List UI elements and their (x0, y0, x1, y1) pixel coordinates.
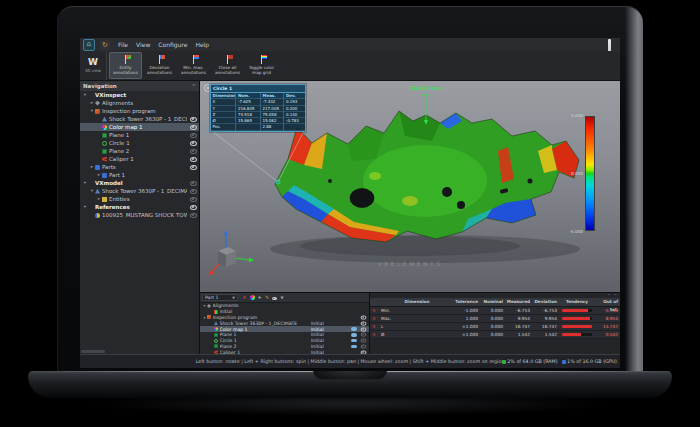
part-selector-dropdown[interactable]: Part 1 (202, 294, 238, 301)
ribbon-button[interactable]: Entity annotations (109, 52, 142, 79)
expander-icon[interactable] (89, 99, 95, 107)
tree-item[interactable]: Shock Tower 3630P - 1_DECIMATE (80, 187, 199, 195)
visibility-eye-icon[interactable] (190, 141, 197, 146)
tree-item[interactable]: VXmodel (80, 179, 199, 187)
annotation-flag-icon (188, 54, 200, 65)
expander-icon[interactable] (82, 203, 88, 211)
gpu-usage-text: 1% of 16.0 GB (GPU) (567, 359, 617, 364)
visibility-eye-icon[interactable] (190, 197, 197, 202)
expander-icon[interactable] (89, 187, 95, 195)
expander-icon[interactable] (82, 91, 88, 99)
tree-item[interactable]: Color map 1 (80, 123, 199, 131)
tree-item[interactable]: Caliper 1 (80, 155, 199, 163)
tree-item[interactable]: References (80, 203, 199, 211)
col-dimension: Dimension (379, 298, 453, 306)
inspection-row[interactable]: Shock Tower 3630P - 1_DECIMATE Initial (200, 320, 369, 326)
inspection-toolbar (242, 295, 285, 300)
collapse-icon[interactable] (607, 294, 610, 298)
visibility-eye-icon[interactable] (361, 344, 367, 348)
expander-icon[interactable] (82, 179, 88, 187)
dimension-row[interactable]: Min. -1.000 0.000 -6.753 -6.753 -5.753 (370, 307, 620, 315)
circle1-annotation-table[interactable]: Circle 1 Dimension Nom. Meas. Dev. X -7.… (210, 84, 306, 132)
col-nominal: Nominal (480, 298, 505, 306)
ribbon-button[interactable]: Close all annotations (211, 52, 244, 79)
item-type-icon (95, 213, 100, 218)
collapse-panel-icon[interactable] (192, 83, 196, 89)
visibility-eye-icon[interactable] (361, 315, 367, 319)
annotation-flag-icon (256, 54, 268, 65)
datapoints-icon[interactable] (351, 339, 357, 343)
tree-item[interactable]: Shock Tower 3630P - 1_DECIMATE (80, 115, 199, 123)
datapoints-icon[interactable] (351, 333, 357, 337)
visibility-eye-icon[interactable] (361, 327, 367, 331)
colors-icon[interactable] (250, 295, 255, 300)
part-selector-value: Part 1 (205, 295, 218, 300)
menu-configure[interactable]: Configure (158, 41, 187, 48)
ribbon-button[interactable]: Min. max. annotations (177, 52, 210, 79)
3d-viewport[interactable]: Circle 1 Dimension Nom. Meas. Dev. X -7.… (200, 81, 620, 292)
visibility-eye-icon[interactable] (361, 333, 367, 337)
scrollbar-thumb[interactable] (81, 350, 105, 353)
datapoints-icon[interactable] (351, 345, 357, 349)
edit-icon[interactable] (265, 295, 270, 300)
ribbon-toolbar: W 3D view Entity annotations Deviation a… (80, 51, 620, 81)
app-logo: W 3D view (80, 51, 107, 80)
tree-item[interactable]: Plane 1 (80, 131, 199, 139)
delete-icon[interactable] (242, 295, 247, 300)
dimension-row[interactable]: Ø ±1.000 0.000 1.542 1.542 0.542 (370, 331, 620, 339)
ribbon-button[interactable]: Toggle color map grid (245, 52, 278, 79)
inspection-row[interactable]: Color map 1 Initial (200, 326, 369, 332)
axis-triad-icon[interactable] (208, 230, 254, 275)
visibility-eye-icon[interactable] (190, 117, 197, 122)
visibility-icon[interactable] (272, 297, 277, 300)
visibility-eye-icon[interactable] (190, 133, 197, 138)
vxelements-logo-icon: W (88, 58, 98, 67)
dimension-results-panel: Dimension Tolerance Nominal Measured Dev… (370, 292, 620, 354)
results-table-header: Dimension Tolerance Nominal Measured Dev… (370, 298, 620, 307)
navigation-title: Navigation (83, 83, 117, 89)
tree-item[interactable]: Alignments (80, 99, 199, 107)
results-rows: Min. -1.000 0.000 -6.753 -6.753 -5.753 M… (370, 307, 620, 339)
tree-item[interactable]: VXinspect (80, 91, 199, 99)
visibility-eye-icon[interactable] (190, 189, 197, 194)
tree-item[interactable]: Circle 1 (80, 139, 199, 147)
visibility-eye-icon[interactable] (190, 205, 197, 210)
gpu-indicator-icon (562, 360, 566, 364)
visibility-eye-icon[interactable] (190, 165, 197, 170)
filter-icon[interactable] (280, 295, 285, 300)
tree-item[interactable]: Plane 2 (80, 147, 199, 155)
item-type-icon (95, 109, 100, 114)
expander-icon[interactable] (202, 303, 207, 309)
tree-item[interactable]: Parts (80, 163, 199, 171)
visibility-eye-icon[interactable] (190, 213, 197, 218)
undo-icon[interactable] (100, 40, 110, 50)
dimension-row[interactable]: L ±1.000 0.000 16.747 16.747 15.747 (370, 323, 620, 331)
visibility-eye-icon[interactable] (190, 125, 197, 130)
visibility-eye-icon[interactable] (190, 157, 197, 162)
inspection-row[interactable]: Plane 1 Initial (200, 332, 369, 338)
probe-icon[interactable] (257, 295, 262, 300)
fail-x-icon (370, 324, 379, 329)
annotation-rows: X -7.625 -7.432 0.193 Y 216.805 217.005 … (211, 99, 305, 130)
datapoints-icon[interactable] (351, 327, 357, 331)
tree-item[interactable]: Entities (80, 195, 199, 203)
item-type-icon (95, 189, 100, 194)
laptop-shadow (90, 398, 610, 416)
visibility-eye-icon[interactable] (190, 149, 197, 154)
inspection-row[interactable]: Plane 2 Initial (200, 344, 369, 350)
menu-file[interactable]: File (118, 41, 128, 48)
visibility-eye-icon[interactable] (190, 181, 197, 186)
item-type-icon (214, 327, 218, 331)
home-icon[interactable] (83, 39, 95, 51)
ribbon-button[interactable]: Deviation annotations (143, 52, 176, 79)
tree-item[interactable]: 100925_MUSTANG SHOCK TOWER 3630P (80, 211, 199, 219)
tree-item[interactable]: Inspection program (80, 107, 199, 115)
dimension-row[interactable]: Max. 1.000 0.000 9.954 9.954 8.954 (370, 315, 620, 323)
menu-help[interactable]: Help (195, 41, 209, 48)
tree-item[interactable]: Part 1 (80, 171, 199, 179)
menu-view[interactable]: View (136, 41, 150, 48)
visibility-eye-icon[interactable] (361, 321, 367, 325)
inspection-row[interactable]: Circle 1 Initial (200, 338, 369, 344)
pin-icon[interactable] (614, 294, 617, 298)
visibility-eye-icon[interactable] (361, 339, 367, 343)
